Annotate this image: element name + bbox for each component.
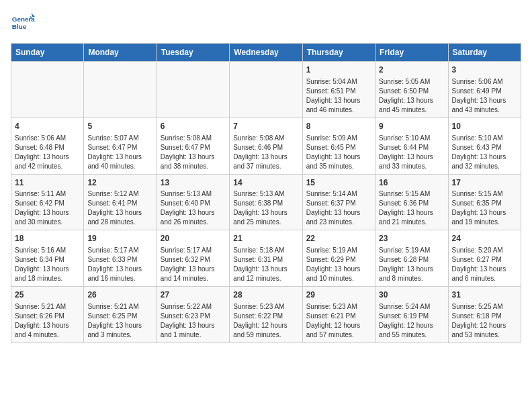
day-number: 10 xyxy=(452,121,517,132)
day-number: 31 xyxy=(452,289,517,301)
day-number: 2 xyxy=(379,64,444,76)
day-info: Sunrise: 5:21 AM Sunset: 6:25 PM Dayligh… xyxy=(87,302,152,340)
day-info: Sunrise: 5:16 AM Sunset: 6:34 PM Dayligh… xyxy=(15,246,80,283)
svg-text:Blue: Blue xyxy=(12,23,27,30)
day-info: Sunrise: 5:23 AM Sunset: 6:21 PM Dayligh… xyxy=(306,302,371,340)
day-number: 25 xyxy=(15,289,80,301)
day-info: Sunrise: 5:22 AM Sunset: 6:23 PM Dayligh… xyxy=(161,302,226,340)
calendar-cell: 9Sunrise: 5:10 AM Sunset: 6:44 PM Daylig… xyxy=(375,118,448,174)
day-info: Sunrise: 5:07 AM Sunset: 6:47 PM Dayligh… xyxy=(87,134,152,171)
calendar-cell: 29Sunrise: 5:23 AM Sunset: 6:21 PM Dayli… xyxy=(302,287,375,343)
calendar-cell: 3Sunrise: 5:06 AM Sunset: 6:49 PM Daylig… xyxy=(448,62,521,118)
col-header-thursday: Thursday xyxy=(302,44,375,62)
calendar-cell: 28Sunrise: 5:23 AM Sunset: 6:22 PM Dayli… xyxy=(230,287,302,343)
day-info: Sunrise: 5:18 AM Sunset: 6:31 PM Dayligh… xyxy=(233,246,298,283)
day-info: Sunrise: 5:13 AM Sunset: 6:40 PM Dayligh… xyxy=(161,189,226,227)
day-info: Sunrise: 5:15 AM Sunset: 6:35 PM Dayligh… xyxy=(452,189,517,227)
day-info: Sunrise: 5:25 AM Sunset: 6:18 PM Dayligh… xyxy=(452,302,517,340)
calendar-cell: 19Sunrise: 5:17 AM Sunset: 6:33 PM Dayli… xyxy=(84,230,157,287)
day-number: 12 xyxy=(87,177,152,189)
day-number: 7 xyxy=(233,121,298,132)
day-info: Sunrise: 5:19 AM Sunset: 6:29 PM Dayligh… xyxy=(306,246,371,283)
col-header-friday: Friday xyxy=(375,44,448,62)
day-number: 9 xyxy=(379,121,444,132)
day-number: 3 xyxy=(452,64,517,76)
calendar-cell: 8Sunrise: 5:09 AM Sunset: 6:45 PM Daylig… xyxy=(302,118,375,174)
calendar-cell: 18Sunrise: 5:16 AM Sunset: 6:34 PM Dayli… xyxy=(11,230,84,287)
calendar-cell: 11Sunrise: 5:11 AM Sunset: 6:42 PM Dayli… xyxy=(11,174,84,230)
week-row-4: 18Sunrise: 5:16 AM Sunset: 6:34 PM Dayli… xyxy=(11,230,521,287)
col-header-monday: Monday xyxy=(84,44,157,62)
day-number: 29 xyxy=(306,289,371,301)
day-number: 5 xyxy=(87,121,152,132)
calendar-cell: 4Sunrise: 5:06 AM Sunset: 6:48 PM Daylig… xyxy=(11,118,84,174)
day-number: 6 xyxy=(161,121,226,132)
calendar-cell xyxy=(230,62,302,118)
day-number: 21 xyxy=(233,233,298,244)
calendar-cell: 23Sunrise: 5:19 AM Sunset: 6:28 PM Dayli… xyxy=(375,230,448,287)
week-row-2: 4Sunrise: 5:06 AM Sunset: 6:48 PM Daylig… xyxy=(11,118,521,174)
calendar-header-row: SundayMondayTuesdayWednesdayThursdayFrid… xyxy=(11,44,521,62)
calendar-cell: 14Sunrise: 5:13 AM Sunset: 6:38 PM Dayli… xyxy=(230,174,302,230)
day-number: 4 xyxy=(15,121,80,132)
day-number: 14 xyxy=(233,177,298,189)
calendar-cell: 12Sunrise: 5:12 AM Sunset: 6:41 PM Dayli… xyxy=(84,174,157,230)
day-info: Sunrise: 5:14 AM Sunset: 6:37 PM Dayligh… xyxy=(306,189,371,227)
day-info: Sunrise: 5:21 AM Sunset: 6:26 PM Dayligh… xyxy=(15,302,80,340)
day-number: 24 xyxy=(452,233,517,244)
day-number: 15 xyxy=(306,177,371,189)
calendar-cell: 26Sunrise: 5:21 AM Sunset: 6:25 PM Dayli… xyxy=(84,287,157,343)
day-info: Sunrise: 5:19 AM Sunset: 6:28 PM Dayligh… xyxy=(379,246,444,283)
calendar-cell: 25Sunrise: 5:21 AM Sunset: 6:26 PM Dayli… xyxy=(11,287,84,343)
day-info: Sunrise: 5:10 AM Sunset: 6:44 PM Dayligh… xyxy=(379,134,444,171)
day-info: Sunrise: 5:20 AM Sunset: 6:27 PM Dayligh… xyxy=(452,246,517,283)
day-info: Sunrise: 5:17 AM Sunset: 6:32 PM Dayligh… xyxy=(161,246,226,283)
calendar-cell: 15Sunrise: 5:14 AM Sunset: 6:37 PM Dayli… xyxy=(302,174,375,230)
col-header-sunday: Sunday xyxy=(11,44,84,62)
day-info: Sunrise: 5:06 AM Sunset: 6:48 PM Dayligh… xyxy=(15,134,80,171)
day-number: 22 xyxy=(306,233,371,244)
day-info: Sunrise: 5:11 AM Sunset: 6:42 PM Dayligh… xyxy=(15,189,80,227)
day-number: 18 xyxy=(15,233,80,244)
day-info: Sunrise: 5:09 AM Sunset: 6:45 PM Dayligh… xyxy=(306,134,371,171)
logo-icon: General Blue xyxy=(11,11,35,35)
logo: General Blue xyxy=(11,11,35,35)
day-info: Sunrise: 5:04 AM Sunset: 6:51 PM Dayligh… xyxy=(306,77,371,115)
calendar-cell: 10Sunrise: 5:10 AM Sunset: 6:43 PM Dayli… xyxy=(448,118,521,174)
day-number: 23 xyxy=(379,233,444,244)
day-info: Sunrise: 5:23 AM Sunset: 6:22 PM Dayligh… xyxy=(233,302,298,340)
col-header-tuesday: Tuesday xyxy=(157,44,229,62)
calendar-cell: 21Sunrise: 5:18 AM Sunset: 6:31 PM Dayli… xyxy=(230,230,302,287)
calendar-cell: 5Sunrise: 5:07 AM Sunset: 6:47 PM Daylig… xyxy=(84,118,157,174)
day-info: Sunrise: 5:24 AM Sunset: 6:19 PM Dayligh… xyxy=(379,302,444,340)
week-row-1: 1Sunrise: 5:04 AM Sunset: 6:51 PM Daylig… xyxy=(11,62,521,118)
day-number: 1 xyxy=(306,64,371,76)
day-number: 8 xyxy=(306,121,371,132)
calendar-cell: 27Sunrise: 5:22 AM Sunset: 6:23 PM Dayli… xyxy=(157,287,229,343)
day-info: Sunrise: 5:10 AM Sunset: 6:43 PM Dayligh… xyxy=(452,134,517,171)
day-info: Sunrise: 5:05 AM Sunset: 6:50 PM Dayligh… xyxy=(379,77,444,115)
svg-text:General: General xyxy=(12,15,35,23)
calendar-cell: 22Sunrise: 5:19 AM Sunset: 6:29 PM Dayli… xyxy=(302,230,375,287)
day-info: Sunrise: 5:08 AM Sunset: 6:46 PM Dayligh… xyxy=(233,134,298,171)
calendar-cell: 2Sunrise: 5:05 AM Sunset: 6:50 PM Daylig… xyxy=(375,62,448,118)
day-number: 27 xyxy=(161,289,226,301)
day-number: 20 xyxy=(161,233,226,244)
day-info: Sunrise: 5:08 AM Sunset: 6:47 PM Dayligh… xyxy=(161,134,226,171)
day-number: 13 xyxy=(161,177,226,189)
calendar-cell: 6Sunrise: 5:08 AM Sunset: 6:47 PM Daylig… xyxy=(157,118,229,174)
calendar-cell: 7Sunrise: 5:08 AM Sunset: 6:46 PM Daylig… xyxy=(230,118,302,174)
col-header-wednesday: Wednesday xyxy=(230,44,302,62)
calendar-table: SundayMondayTuesdayWednesdayThursdayFrid… xyxy=(11,43,521,343)
day-number: 28 xyxy=(233,289,298,301)
day-number: 17 xyxy=(452,177,517,189)
day-number: 11 xyxy=(15,177,80,189)
day-number: 26 xyxy=(87,289,152,301)
calendar-cell: 30Sunrise: 5:24 AM Sunset: 6:19 PM Dayli… xyxy=(375,287,448,343)
calendar-cell xyxy=(11,62,84,118)
day-number: 19 xyxy=(87,233,152,244)
calendar-cell: 17Sunrise: 5:15 AM Sunset: 6:35 PM Dayli… xyxy=(448,174,521,230)
day-info: Sunrise: 5:17 AM Sunset: 6:33 PM Dayligh… xyxy=(87,246,152,283)
day-info: Sunrise: 5:13 AM Sunset: 6:38 PM Dayligh… xyxy=(233,189,298,227)
calendar-cell: 20Sunrise: 5:17 AM Sunset: 6:32 PM Dayli… xyxy=(157,230,229,287)
